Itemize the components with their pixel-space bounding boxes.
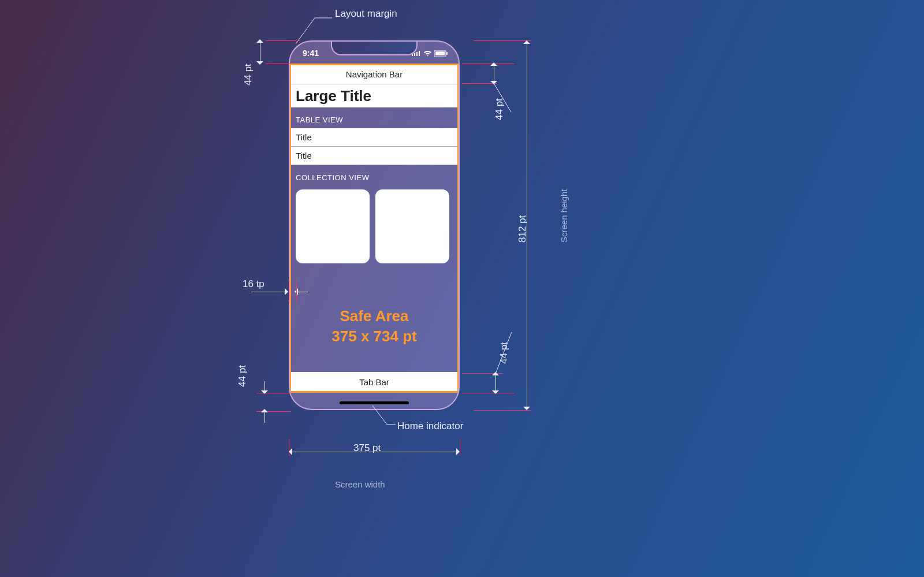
spacer [290,107,459,116]
large-title: Large Title [290,84,459,107]
arrow-head-icon [523,407,530,414]
arrow-head-icon [285,448,292,455]
table-row-label: Title [296,132,312,142]
navigation-bar: Navigation Bar [290,65,459,84]
tick-line [296,280,297,303]
arrow-head-icon [256,61,263,68]
svg-rect-6 [446,52,448,55]
home-indicator [340,401,409,404]
arrow-head-icon [261,390,268,397]
collection-view [290,186,459,263]
arrow-head-icon [523,37,530,44]
collection-card [296,189,370,263]
table-view-header: TABLE VIEW [290,116,459,128]
status-time: 9:41 [303,49,319,58]
svg-rect-0 [412,54,413,56]
spacer [290,165,459,173]
large-title-text: Large Title [296,87,371,105]
tab-bar: Tab Bar [290,372,459,392]
tick-line [474,410,531,411]
tick-line [266,40,300,41]
table-row: Title [290,128,459,147]
arrow-head-icon [456,448,463,455]
measure-screen-height: 812 pt [517,215,528,243]
table-row-label: Title [296,151,312,161]
wifi-icon [423,50,432,57]
measure-arrow [495,374,496,392]
measure-arrow [264,411,265,423]
tick-line [462,393,514,393]
tick-line [289,280,289,303]
navigation-bar-label: Navigation Bar [346,69,403,79]
callout-screen-width: Screen width [335,479,385,489]
arrow-head-icon [261,405,268,412]
phone-notch [331,40,418,55]
arrow-head-icon [492,390,499,397]
collection-view-header: COLLECTION VIEW [290,173,459,186]
safe-area-line1: Safe Area [340,306,409,326]
tick-line [462,64,514,64]
phone-body: Navigation Bar Large Title TABLE VIEW Ti… [290,65,459,392]
svg-rect-3 [419,51,420,56]
safe-area-line2: 375 x 734 pt [331,326,416,347]
status-right [412,50,448,57]
measure-arrow [494,65,494,82]
phone-frame: 9:41 Navigation Bar Large Title TABLE VI… [289,40,460,410]
measure-screen-width: 375 pt [353,442,381,454]
measure-left-bottom: 44 pt [237,365,248,387]
callout-layout-margin: Layout margin [335,8,397,20]
leader-line [372,405,407,427]
arrow-head-icon [256,36,263,43]
measure-arrow [297,292,308,292]
svg-rect-2 [416,52,418,56]
callout-home-indicator: Home indicator [397,420,463,432]
battery-icon [434,50,448,57]
measure-status-height: 44 pt [243,64,254,85]
measure-tabbar-height: 44 pt [498,342,510,364]
svg-rect-5 [435,51,445,55]
arrow-head-icon [490,59,497,66]
measure-arrow [260,42,260,62]
tick-line [474,40,531,41]
measure-arrow [251,292,286,292]
table-row: Title [290,147,459,165]
callout-screen-height: Screen height [559,189,569,243]
tick-line [266,64,300,64]
safe-area-label: Safe Area 375 x 734 pt [290,263,459,372]
measure-side-margin: 16 tp [243,278,264,290]
svg-rect-1 [414,53,415,56]
tab-bar-label: Tab Bar [359,377,389,387]
arrow-head-icon [291,288,298,295]
collection-card [375,189,449,263]
measure-navbar-height: 44 pt [494,98,505,120]
